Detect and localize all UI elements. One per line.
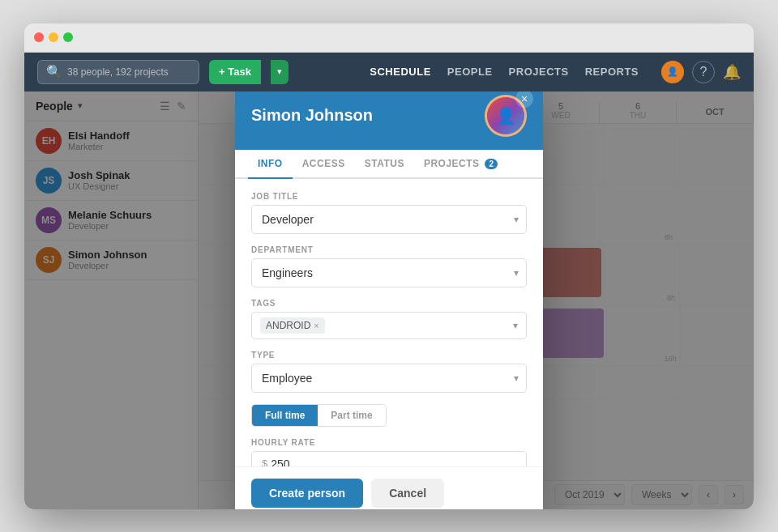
nav-reports[interactable]: REPORTS (585, 66, 639, 78)
job-title-select[interactable]: Developer Designer Manager Marketer (251, 205, 527, 234)
modal-footer: Create person Cancel (235, 466, 543, 509)
header-icons: 👤 ? 🔔 (661, 61, 741, 83)
department-label: DEPARTMENT (251, 245, 527, 254)
projects-badge: 2 (485, 159, 498, 169)
hourly-rate-input[interactable] (271, 458, 336, 466)
nav-schedule[interactable]: SCHEDULE (370, 66, 431, 78)
tags-field-group: TAGS ANDROID × ▾ (251, 299, 527, 339)
maximize-window-btn[interactable] (63, 32, 73, 42)
type-select[interactable]: Employee Contractor Intern (251, 364, 527, 393)
notification-bell[interactable]: 🔔 (723, 63, 741, 81)
nav-people[interactable]: PEOPLE (447, 66, 493, 78)
search-input[interactable] (67, 66, 190, 78)
task-button-arrow[interactable]: ▾ (271, 60, 289, 84)
cancel-button[interactable]: Cancel (371, 479, 444, 508)
currency-symbol: $ (262, 458, 267, 466)
department-select-wrapper: Engineers Design Marketing Management ▾ (251, 258, 527, 287)
tags-chevron-icon: ▾ (513, 320, 518, 331)
tab-status[interactable]: STATUS (355, 150, 414, 179)
modal-tabs: INFO ACCESS STATUS PROJECTS 2 (235, 150, 543, 179)
type-select-wrapper: Employee Contractor Intern ▾ (251, 364, 527, 393)
tags-label: TAGS (251, 299, 527, 308)
tab-info[interactable]: INFO (248, 150, 293, 179)
tags-field[interactable]: ANDROID × ▾ (251, 312, 527, 339)
tag-remove-btn[interactable]: × (314, 321, 318, 330)
traffic-lights (34, 32, 73, 42)
department-select[interactable]: Engineers Design Marketing Management (251, 258, 527, 287)
parttime-btn[interactable]: Part time (318, 405, 385, 426)
toggle-group: Full time Part time (251, 404, 387, 427)
department-field: DEPARTMENT Engineers Design Marketing Ma… (251, 245, 527, 287)
task-button[interactable]: + Task (209, 60, 261, 84)
tag-label: ANDROID (266, 320, 310, 331)
modal-dialog: Simon Johnson 👤 × INFO ACCESS STATUS PRO… (235, 92, 543, 509)
type-label: TYPE (251, 351, 527, 360)
app-header: 🔍 + Task ▾ SCHEDULE PEOPLE PROJECTS REPO… (24, 53, 754, 92)
user-avatar[interactable]: 👤 (661, 61, 684, 83)
main-content: People ▾ ☰ ✎ EH Elsi Handoff Marketer JS… (24, 92, 754, 509)
modal-header: Simon Johnson 👤 × (235, 92, 543, 150)
close-button[interactable]: × (515, 92, 533, 108)
create-person-button[interactable]: Create person (251, 479, 363, 508)
nav-links: SCHEDULE PEOPLE PROJECTS REPORTS (370, 66, 639, 78)
modal-title-block: Simon Johnson (251, 106, 373, 125)
schedule-toggle: Full time Part time (251, 404, 527, 427)
job-title-select-wrapper: Developer Designer Manager Marketer ▾ (251, 205, 527, 234)
mac-window: 🔍 + Task ▾ SCHEDULE PEOPLE PROJECTS REPO… (24, 23, 754, 509)
search-icon: 🔍 (46, 64, 62, 79)
modal-person-name: Simon Johnson (251, 106, 373, 125)
modal-body: JOB TITLE Developer Designer Manager Mar… (235, 179, 543, 466)
modal-overlay: Simon Johnson 👤 × INFO ACCESS STATUS PRO… (24, 92, 754, 509)
title-bar (24, 23, 754, 53)
fulltime-btn[interactable]: Full time (252, 405, 318, 426)
hourly-rate-field-group: HOURLY RATE $ (251, 438, 527, 466)
search-bar[interactable]: 🔍 (37, 60, 199, 84)
type-field: TYPE Employee Contractor Intern ▾ (251, 351, 527, 393)
tab-access[interactable]: ACCESS (293, 150, 355, 179)
minimize-window-btn[interactable] (49, 32, 58, 42)
tag-chip: ANDROID × (260, 317, 325, 334)
hourly-rate-label: HOURLY RATE (251, 438, 527, 447)
job-title-label: JOB TITLE (251, 192, 527, 201)
tab-projects[interactable]: PROJECTS 2 (414, 150, 508, 179)
hourly-rate-field: $ (251, 451, 527, 466)
help-button[interactable]: ? (692, 61, 715, 83)
job-title-field: JOB TITLE Developer Designer Manager Mar… (251, 192, 527, 234)
close-window-btn[interactable] (34, 32, 44, 42)
nav-projects[interactable]: PROJECTS (509, 66, 569, 78)
